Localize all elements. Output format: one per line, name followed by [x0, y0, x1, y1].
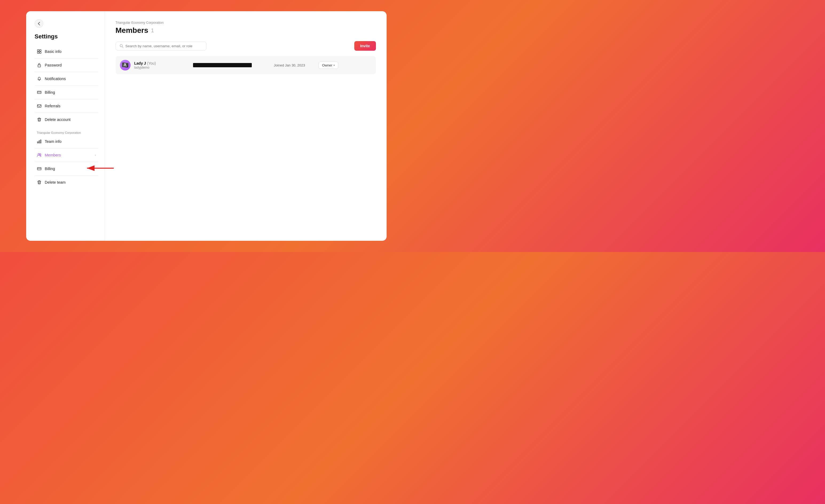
member-count: 1: [151, 27, 154, 34]
search-input[interactable]: [126, 44, 202, 48]
member-info: Lady J (You) ladyjdemo: [134, 61, 193, 69]
sidebar-item-billing[interactable]: Billing: [35, 87, 98, 97]
grid-icon: [37, 49, 42, 54]
member-joined: Joined Jan 30, 2023: [262, 63, 305, 67]
svg-rect-2: [38, 52, 39, 54]
sidebar: Settings Basic info: [26, 11, 105, 241]
chevron-down-icon: ▾: [333, 64, 335, 67]
card-icon-team: [37, 166, 42, 171]
envelope-icon: [37, 103, 42, 108]
toolbar: Invite: [116, 41, 376, 51]
member-username: ladyjdemo: [134, 66, 193, 69]
sidebar-item-notifications[interactable]: Notifications: [35, 74, 98, 84]
personal-nav: Basic info Password: [35, 47, 98, 125]
sidebar-item-referrals[interactable]: Referrals: [35, 101, 98, 111]
team-nav: Team info Members ›: [35, 137, 98, 187]
svg-rect-13: [38, 168, 41, 170]
sidebar-item-basic-info[interactable]: Basic info: [35, 47, 98, 57]
svg-rect-1: [40, 50, 41, 51]
bar-chart-icon: [37, 139, 42, 144]
lock-icon: [37, 63, 42, 68]
you-badge: (You): [147, 61, 156, 65]
member-name: Lady J (You): [134, 61, 193, 65]
search-icon: [120, 44, 123, 48]
page-title: Members: [116, 26, 148, 35]
svg-point-11: [38, 154, 40, 155]
role-dropdown[interactable]: Owner ▾: [318, 62, 338, 69]
avatar: 🏴‍☠️: [120, 60, 131, 71]
sidebar-item-delete-account[interactable]: Delete account: [35, 114, 98, 125]
sidebar-item-delete-team[interactable]: Delete team: [35, 177, 98, 187]
svg-rect-9: [39, 141, 40, 143]
svg-rect-5: [38, 91, 41, 94]
sidebar-item-team-billing[interactable]: Billing: [35, 164, 98, 174]
svg-rect-3: [40, 52, 41, 54]
sidebar-item-members[interactable]: Members ›: [35, 150, 98, 160]
back-button[interactable]: [35, 19, 43, 28]
table-row: 🏴‍☠️ Lady J (You) ladyjdemo Joined Jan 3…: [116, 56, 376, 74]
main-content: Triangular Economy Corporation Members 1…: [105, 11, 387, 241]
chevron-right-icon: ›: [95, 154, 96, 157]
members-icon: [37, 153, 42, 158]
svg-point-12: [40, 154, 41, 155]
invite-button[interactable]: Invite: [354, 41, 376, 51]
bell-icon: [37, 76, 42, 81]
trash-icon-team: [37, 180, 42, 185]
team-section-label: Triangular Economy Corporation: [35, 127, 98, 137]
svg-rect-7: [38, 105, 41, 107]
settings-window: Settings Basic info: [26, 11, 387, 241]
card-icon: [37, 90, 42, 95]
breadcrumb: Triangular Economy Corporation: [116, 21, 376, 24]
svg-rect-10: [40, 140, 41, 143]
sidebar-item-team-info[interactable]: Team info: [35, 137, 98, 147]
member-role: Owner ▾: [312, 62, 338, 69]
page-header: Members 1: [116, 26, 376, 35]
sidebar-title: Settings: [35, 33, 98, 40]
svg-line-16: [122, 47, 123, 48]
member-redacted-email: [193, 63, 252, 67]
sidebar-item-password[interactable]: Password: [35, 60, 98, 70]
members-list: 🏴‍☠️ Lady J (You) ladyjdemo Joined Jan 3…: [116, 56, 376, 74]
svg-rect-4: [38, 65, 41, 67]
trash-icon: [37, 117, 42, 122]
search-box[interactable]: [116, 41, 206, 51]
svg-rect-8: [38, 142, 38, 143]
svg-rect-0: [38, 50, 39, 51]
